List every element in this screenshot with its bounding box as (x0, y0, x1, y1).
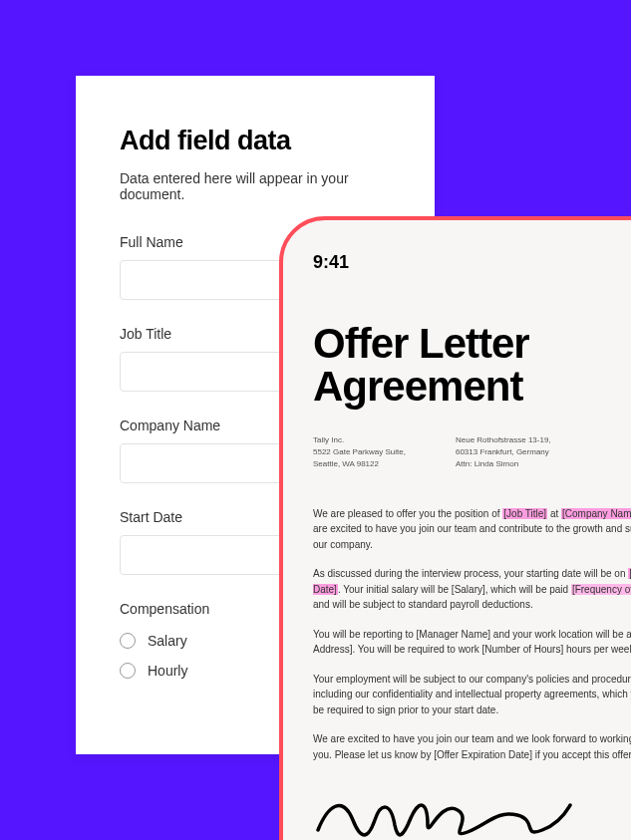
doc-para-1: We are pleased to offer you the position… (313, 506, 631, 553)
addr1-line3: Seattle, WA 98122 (313, 458, 406, 470)
radio-salary-label: Salary (148, 633, 187, 649)
doc-title-line1: Offer Letter (313, 320, 529, 367)
highlight-job-title: [Job Title] (502, 508, 547, 519)
radio-circle-icon (120, 663, 136, 679)
status-bar: 9:41 (313, 252, 631, 273)
form-title: Add field data (120, 126, 391, 156)
addr1-line1: Tally Inc. (313, 434, 406, 446)
highlight-company-name: [Company Name] (561, 508, 631, 519)
addr2-line3: Attn: Linda Simon (456, 458, 551, 470)
document-body: We are pleased to offer you the position… (313, 506, 631, 763)
doc-para-2: As discussed during the interview proces… (313, 566, 631, 613)
address-sender: Tally Inc. 5522 Gate Parkway Suite, Seat… (313, 434, 406, 470)
address-recipient: Neue Rothofstrasse 13-19, 60313 Frankfur… (456, 434, 551, 470)
doc-para-4: Your employment will be subject to our c… (313, 672, 631, 718)
signature-image (313, 790, 631, 840)
status-time: 9:41 (313, 252, 349, 273)
addr1-line2: 5522 Gate Parkway Suite, (313, 446, 406, 458)
form-subtitle: Data entered here will appear in your do… (120, 170, 391, 202)
highlight-frequency: [Frequency of Pay] (571, 584, 631, 595)
doc-para-3: You will be reporting to [Manager Name] … (313, 627, 631, 658)
addr2-line1: Neue Rothofstrasse 13-19, (456, 434, 551, 446)
doc-title-line2: Agreement (313, 363, 522, 410)
phone-mockup: 9:41 Offer Letter Agreement Tally Inc. 5… (279, 216, 631, 840)
radio-hourly-label: Hourly (148, 663, 187, 679)
signature-svg (313, 790, 572, 840)
address-row: Tally Inc. 5522 Gate Parkway Suite, Seat… (313, 434, 631, 470)
doc-para-5: We are excited to have you join our team… (313, 731, 631, 762)
radio-circle-icon (120, 633, 136, 649)
addr2-line2: 60313 Frankfurt, Germany (456, 446, 551, 458)
document-title: Offer Letter Agreement (313, 323, 631, 409)
